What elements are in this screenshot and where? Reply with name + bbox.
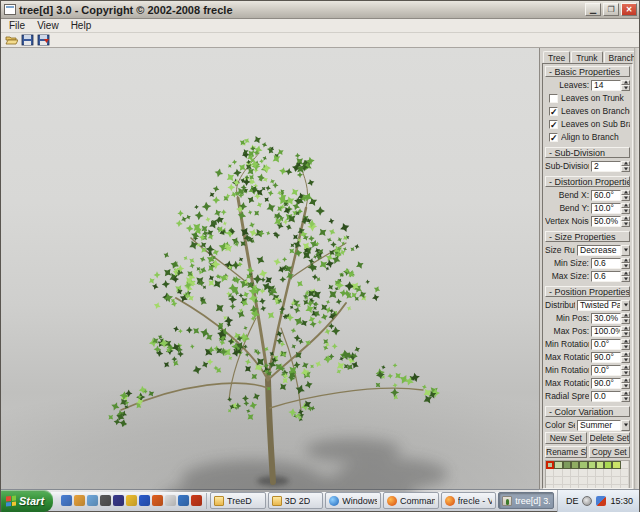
color-swatch-17[interactable] — [604, 469, 612, 477]
clock[interactable]: 15:30 — [610, 496, 633, 506]
spinner-down-icon[interactable] — [621, 318, 630, 324]
color-swatch-14[interactable] — [579, 469, 587, 477]
spinner-down-icon[interactable] — [621, 276, 630, 282]
internet-globe-icon[interactable] — [61, 495, 72, 506]
color-swatch-20[interactable] — [546, 477, 554, 485]
color-swatch-6[interactable] — [596, 461, 604, 469]
color-swatch-25[interactable] — [588, 477, 596, 485]
color-swatch-3[interactable] — [571, 461, 579, 469]
button-new-set[interactable]: New Set — [545, 432, 587, 444]
color-swatch-21[interactable] — [554, 477, 562, 485]
color-swatch-7[interactable] — [604, 461, 612, 469]
taskbar-button-3d-2d[interactable]: 3D 2D — [268, 492, 324, 509]
checkbox-leaves-on-sub-branches[interactable]: ✓ — [549, 120, 558, 129]
menu-file[interactable]: File — [3, 20, 31, 31]
input-max-rotation-x[interactable]: 90.0° — [591, 352, 621, 363]
color-swatch-26[interactable] — [596, 477, 604, 485]
input-max-pos[interactable]: 100.0% — [591, 326, 621, 337]
color-swatch-0[interactable] — [546, 461, 554, 469]
color-swatch-1[interactable] — [554, 461, 562, 469]
button-delete-set[interactable]: Delete Set — [589, 432, 631, 444]
input-max-rotation-y[interactable]: 90.0° — [591, 378, 621, 389]
restore-button[interactable]: ❐ — [603, 3, 619, 16]
spinner-down-icon[interactable] — [621, 166, 630, 172]
media-player-icon[interactable] — [113, 495, 124, 506]
section-header-sub-division[interactable]: - Sub-Division — [545, 147, 630, 158]
select-distribution[interactable]: Twisted Pair — [577, 300, 621, 311]
spinner-down-icon[interactable] — [621, 221, 630, 227]
tab-tree[interactable]: Tree — [543, 51, 570, 63]
spinner-down-icon[interactable] — [621, 331, 630, 337]
color-swatch-11[interactable] — [554, 469, 562, 477]
input-min-size[interactable]: 0.6 — [591, 258, 621, 269]
color-swatch-10[interactable] — [546, 469, 554, 477]
camera-icon[interactable] — [100, 495, 111, 506]
save-as-icon[interactable] — [37, 34, 50, 46]
language-indicator[interactable]: DE — [566, 496, 579, 506]
color-swatch-19[interactable] — [621, 469, 629, 477]
taskbar-button-tree-d-3-0-c[interactable]: tree[d] 3.0 - C... — [498, 492, 554, 509]
spinner-down-icon[interactable] — [621, 383, 630, 389]
open-file-icon[interactable] — [5, 34, 18, 46]
spinner-down-icon[interactable] — [621, 263, 630, 269]
menu-help[interactable]: Help — [65, 20, 98, 31]
input-vertex-noise[interactable]: 50.0% — [591, 216, 621, 227]
input-bend-x[interactable]: 60.0° — [591, 190, 621, 201]
viewport-3d[interactable] — [1, 48, 539, 489]
firefox-icon[interactable] — [152, 495, 163, 506]
color-swatch-4[interactable] — [579, 461, 587, 469]
color-swatch-5[interactable] — [588, 461, 596, 469]
messenger-icon[interactable] — [87, 495, 98, 506]
input-radial-spread[interactable]: 0.0 — [591, 391, 621, 402]
color-swatch-16[interactable] — [596, 469, 604, 477]
input-bend-y[interactable]: 10.0° — [591, 203, 621, 214]
color-swatch-12[interactable] — [563, 469, 571, 477]
spinner-down-icon[interactable] — [621, 344, 630, 350]
dropdown-arrow-icon[interactable] — [621, 300, 630, 311]
section-header-basic-properties[interactable]: - Basic Properties — [545, 66, 630, 77]
word-icon[interactable] — [139, 495, 150, 506]
title-bar[interactable]: tree[d] 3.0 - Copyright © 2002-2008 frec… — [1, 1, 639, 19]
taskbar-button-frecle-view-t[interactable]: frecle - View t... — [441, 492, 497, 509]
internet-explorer-icon[interactable] — [178, 495, 189, 506]
spinner-down-icon[interactable] — [621, 85, 630, 91]
input-sub-divisions[interactable]: 2 — [591, 161, 621, 172]
network-icon[interactable] — [596, 496, 606, 506]
save-file-icon[interactable] — [21, 34, 34, 46]
color-swatch-2[interactable] — [563, 461, 571, 469]
color-swatch-28[interactable] — [612, 477, 620, 485]
close-button[interactable]: ✕ — [621, 3, 637, 16]
start-button[interactable]: Start — [1, 490, 53, 512]
section-header-color-variation[interactable]: - Color Variation — [545, 406, 630, 417]
checkbox-leaves-on-branches[interactable]: ✓ — [549, 107, 558, 116]
tab-branch[interactable]: Branch — [604, 51, 634, 63]
button-rename-set[interactable]: Rename Set — [545, 446, 587, 458]
section-header-size-properties[interactable]: - Size Properties — [545, 231, 630, 242]
color-swatch-23[interactable] — [571, 477, 579, 485]
color-swatch-9[interactable] — [621, 461, 629, 469]
tab-trunk[interactable]: Trunk — [571, 51, 602, 63]
dropdown-arrow-icon[interactable] — [621, 420, 630, 431]
taskbar-button-treed[interactable]: TreeD — [210, 492, 266, 509]
spinner-down-icon[interactable] — [621, 195, 630, 201]
section-header-distortion-properties[interactable]: - Distortion Properties — [545, 176, 630, 187]
color-swatch-13[interactable] — [571, 469, 579, 477]
spinner-down-icon[interactable] — [621, 357, 630, 363]
section-header-position-properties[interactable]: - Position Properties — [545, 286, 630, 297]
button-copy-set[interactable]: Copy Set — [589, 446, 631, 458]
color-swatch-24[interactable] — [579, 477, 587, 485]
input-min-pos[interactable]: 30.0% — [591, 313, 621, 324]
spinner-down-icon[interactable] — [621, 396, 630, 402]
volume-icon[interactable] — [582, 496, 592, 506]
menu-view[interactable]: View — [31, 20, 65, 31]
spinner-down-icon[interactable] — [621, 370, 630, 376]
checkbox-leaves-on-trunk[interactable] — [549, 94, 558, 103]
color-swatch-29[interactable] — [621, 477, 629, 485]
input-min-rotation-x[interactable]: 0.0° — [591, 339, 621, 350]
mail-icon[interactable] — [74, 495, 85, 506]
winamp-icon[interactable] — [126, 495, 137, 506]
select-size-rule[interactable]: Decrease — [577, 245, 621, 256]
color-swatch-8[interactable] — [612, 461, 620, 469]
panel-scrollbar[interactable] — [634, 48, 639, 489]
input-min-rotation-y[interactable]: 0.0° — [591, 365, 621, 376]
